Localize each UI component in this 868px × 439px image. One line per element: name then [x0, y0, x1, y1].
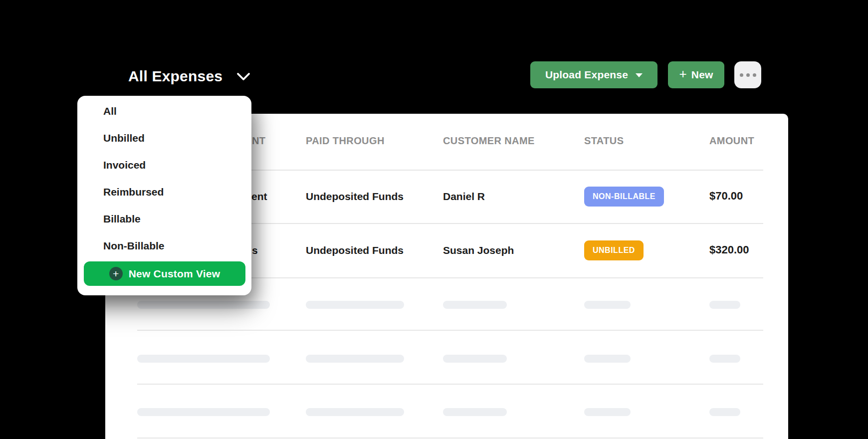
- more-actions-button[interactable]: [734, 61, 761, 88]
- view-dropdown-list: All Unbilled Invoiced Reimbursed Billabl…: [77, 96, 251, 259]
- view-dropdown-panel: All Unbilled Invoiced Reimbursed Billabl…: [77, 96, 251, 295]
- menu-item-invoiced[interactable]: Invoiced: [77, 152, 251, 179]
- cell-account-fragment: ent: [251, 189, 267, 204]
- menu-item-reimbursed[interactable]: Reimbursed: [77, 179, 251, 206]
- cell-amount: $70.00: [709, 189, 743, 204]
- menu-item-non-billable[interactable]: Non-Billable: [77, 232, 251, 259]
- col-header-status: STATUS: [584, 134, 624, 148]
- plus-icon: +: [679, 66, 686, 82]
- upload-expense-label: Upload Expense: [545, 69, 628, 81]
- menu-item-billable[interactable]: Billable: [77, 206, 251, 232]
- status-badge: UNBILLED: [584, 240, 644, 260]
- upload-expense-button[interactable]: Upload Expense: [530, 61, 657, 88]
- col-header-account-fragment: NT: [252, 134, 265, 148]
- new-custom-view-label: New Custom View: [129, 268, 220, 280]
- cell-customer-name: Susan Joseph: [443, 243, 514, 258]
- col-header-customer-name: CUSTOMER NAME: [443, 134, 535, 148]
- chevron-down-icon: [235, 70, 251, 83]
- menu-item-all[interactable]: All: [77, 98, 251, 125]
- cell-account-fragment: s: [252, 243, 258, 258]
- divider: [137, 438, 763, 439]
- cell-amount: $320.00: [709, 242, 749, 257]
- dropdown-caret-icon: [636, 73, 643, 77]
- new-custom-view-button[interactable]: + New Custom View: [84, 261, 245, 286]
- menu-item-unbilled[interactable]: Unbilled: [77, 125, 251, 152]
- ellipsis-icon: [740, 73, 756, 77]
- plus-circle-icon: +: [109, 267, 123, 280]
- cell-paid-through: Undeposited Funds: [306, 243, 404, 258]
- new-button-label: New: [691, 69, 713, 81]
- new-button[interactable]: + New: [668, 61, 724, 88]
- divider: [137, 330, 763, 331]
- page-title: All Expenses: [128, 68, 222, 85]
- app-canvas: All Expenses Upload Expense + New NT PAI…: [0, 0, 868, 439]
- cell-customer-name: Daniel R: [443, 189, 485, 204]
- status-badge: NON-BILLABLE: [584, 187, 664, 207]
- divider: [137, 384, 763, 385]
- view-switcher[interactable]: All Expenses: [128, 68, 251, 85]
- col-header-paid-through: PAID THROUGH: [306, 134, 385, 148]
- cell-paid-through: Undeposited Funds: [306, 189, 404, 204]
- col-header-amount: AMOUNT: [709, 134, 754, 148]
